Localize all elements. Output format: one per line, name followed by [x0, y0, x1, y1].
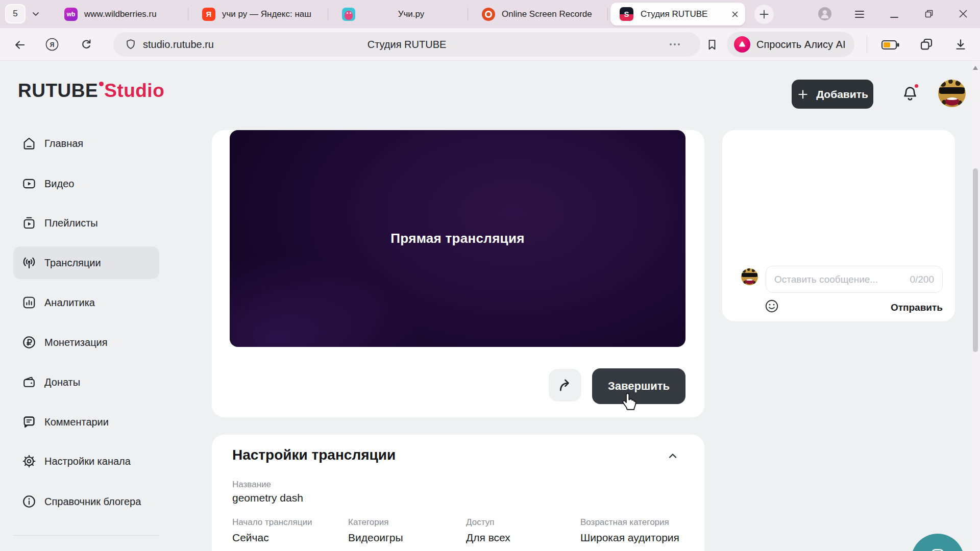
sidebar-item-video[interactable]: Видео — [13, 167, 159, 200]
mouse-cursor-hand — [620, 390, 641, 411]
sidebar-item-label: Трансляции — [44, 257, 101, 269]
address-bar[interactable]: studio.rutube.ru Студия RUTUBE — [113, 32, 700, 57]
battery-icon[interactable] — [881, 39, 900, 51]
tab-yandex-search[interactable]: Я учи ру — Яндекс: наш — [189, 0, 328, 28]
sidebar-item-label: Справочник блогера — [44, 496, 141, 508]
more-actions-icon[interactable] — [670, 43, 680, 45]
live-stream-player[interactable]: Прямая трансляция — [230, 130, 685, 347]
sidebar-item-comments[interactable]: Комментарии — [13, 406, 159, 438]
sidebar-item-monetization[interactable]: Монетизация — [13, 326, 159, 359]
comments-icon — [21, 414, 37, 430]
sidebar-item-label: Плейлисты — [44, 217, 98, 229]
menu-icon[interactable] — [853, 9, 866, 20]
sidebar-item-label: Настройки канала — [44, 456, 131, 467]
add-button[interactable]: Добавить — [792, 80, 873, 109]
minimize-window-icon[interactable] — [888, 9, 900, 20]
stream-name-value: geometry dash — [232, 492, 303, 504]
share-button[interactable] — [549, 369, 581, 402]
recorder-favicon — [482, 8, 495, 21]
sidebar-divider — [13, 535, 159, 536]
char-counter: 0/200 — [910, 274, 934, 285]
monetization-icon — [21, 335, 37, 350]
support-fab-button[interactable] — [911, 534, 964, 551]
restore-window-icon[interactable] — [923, 8, 935, 20]
yandex-favicon: Я — [202, 8, 215, 21]
sidebar-item-label: Донаты — [44, 377, 80, 388]
tab-label: учи ру — Яндекс: наш — [222, 9, 321, 19]
alice-icon — [734, 36, 750, 53]
tab-label: www.wildberries.ru — [84, 9, 181, 19]
tab-screen-recorder[interactable]: Online Screen Recorde — [469, 0, 607, 28]
logo-rutube-text: RUTUBE — [18, 80, 98, 102]
broadcasts-icon — [21, 255, 37, 270]
sidebar-item-analytics[interactable]: Аналитика — [13, 286, 159, 319]
video-icon — [21, 176, 37, 191]
collapse-chevron-up-icon[interactable] — [666, 450, 680, 462]
avatar-art — [945, 97, 959, 106]
scroll-up-arrow[interactable] — [973, 66, 978, 70]
stream-name-label: Название — [232, 480, 271, 490]
tab-uchi-ru[interactable]: Учи.ру — [329, 0, 468, 28]
page-scrollbar[interactable] — [971, 61, 980, 551]
svg-text:Я: Я — [50, 41, 55, 48]
notifications-bell-icon[interactable] — [901, 84, 920, 105]
close-window-icon[interactable] — [958, 8, 969, 19]
chevron-down-icon[interactable] — [30, 8, 42, 20]
chat-message-field[interactable]: 0/200 — [766, 266, 943, 293]
tab-divider — [607, 8, 608, 20]
logo-studio-text: Studio — [104, 80, 164, 102]
profile-icon[interactable] — [818, 7, 832, 21]
field-label: Начало трансляции — [232, 517, 312, 528]
back-icon[interactable] — [13, 38, 27, 52]
plus-icon — [797, 88, 809, 101]
field-label: Доступ — [466, 517, 494, 528]
user-avatar[interactable] — [938, 80, 966, 107]
close-tab-icon[interactable] — [731, 10, 739, 18]
sidebar-item-label: Комментарии — [44, 416, 109, 428]
tab-wildberries[interactable]: wb www.wildberries.ru — [51, 0, 188, 28]
stream-card: Прямая трансляция Завершить — [212, 130, 704, 417]
shield-icon[interactable] — [125, 38, 137, 51]
downloads-icon[interactable] — [953, 37, 968, 52]
playlists-icon — [21, 215, 37, 231]
sidebar-item-playlists[interactable]: Плейлисты — [13, 207, 159, 239]
browser-toolbar: Я studio.rutube.ru Студия RUTUBE Спросит… — [0, 28, 980, 61]
chat-message-input[interactable] — [774, 274, 905, 285]
notification-dot — [914, 83, 919, 89]
sidebar-item-home[interactable]: Главная — [13, 127, 159, 160]
sidebar-item-donations[interactable]: Донаты — [13, 366, 159, 398]
tab-counter-button[interactable]: 5 — [5, 4, 26, 23]
uchi-favicon — [342, 8, 355, 21]
avatar-art — [742, 273, 757, 277]
scrollbar-thumb[interactable] — [973, 168, 978, 352]
emoji-smiley-icon[interactable] — [764, 298, 779, 314]
send-message-button[interactable]: Отправить — [891, 302, 943, 313]
ask-alice-button[interactable]: Спросить Алису AI — [727, 32, 854, 57]
ask-alice-label: Спросить Алису AI — [756, 39, 845, 51]
browser-window: 5 wb www.wildberries.ru Я учи ру — Яндек… — [0, 0, 980, 551]
tab-divider — [328, 8, 328, 20]
analytics-icon — [21, 295, 37, 310]
sidebar-item-label: Аналитика — [44, 297, 95, 309]
toolbar-divider — [867, 36, 867, 53]
field-value: Видеоигры — [348, 532, 403, 544]
extensions-icon[interactable] — [919, 37, 934, 52]
tab-divider — [468, 8, 468, 20]
sidebar-item-blogger-guide[interactable]: Справочник блогера — [13, 485, 159, 518]
logo-dot — [99, 82, 104, 86]
new-tab-button[interactable] — [754, 5, 774, 24]
sidebar-item-channel-settings[interactable]: Настройки канала — [13, 445, 159, 478]
add-button-label: Добавить — [816, 88, 868, 101]
info-icon — [21, 494, 37, 509]
wildberries-favicon: wb — [64, 8, 78, 21]
field-value: Широкая аудитория — [580, 532, 679, 544]
yandex-services-icon[interactable]: Я — [45, 37, 59, 52]
sidebar-item-broadcasts[interactable]: Трансляции — [13, 246, 159, 279]
rutube-studio-page: RUTUBE Studio Добавить Главная — [0, 61, 980, 551]
rutube-studio-logo[interactable]: RUTUBE Studio — [18, 80, 164, 102]
refresh-icon[interactable] — [80, 38, 93, 51]
bookmark-icon[interactable] — [705, 38, 719, 51]
tab-bar: 5 wb www.wildberries.ru Я учи ру — Яндек… — [0, 0, 980, 28]
tab-rutube-studio-active[interactable]: S Студия RUTUBE — [610, 3, 745, 26]
stream-settings-title: Настройки трансляции — [232, 447, 396, 463]
